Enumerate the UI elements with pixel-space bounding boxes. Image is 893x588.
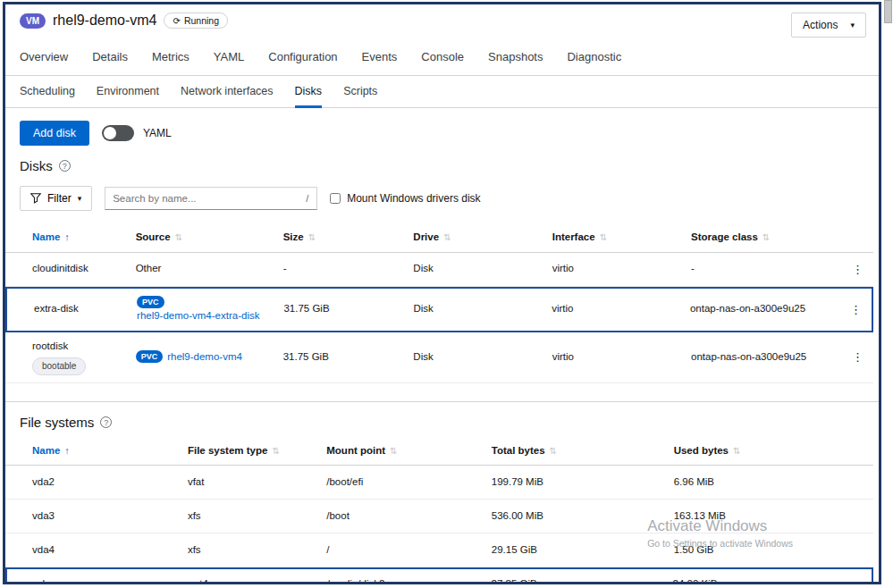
mount-windows-drivers-option: Mount Windows drivers disk (330, 192, 480, 205)
col-header-storage-class[interactable]: Storage class ⇅ (691, 223, 838, 252)
tab-events[interactable]: Events (362, 39, 398, 76)
row-kebab-menu-button[interactable]: ⋮ (852, 263, 873, 276)
fs-total: 199.79 MiB (492, 468, 674, 497)
pvc-badge: PVC (137, 296, 164, 308)
yaml-toggle[interactable] (102, 125, 134, 141)
tab-scheduling[interactable]: Scheduling (20, 76, 75, 108)
disk-name: extra-disk (7, 295, 137, 323)
slash-shortcut-hint: / (298, 193, 316, 204)
sort-icon: ⇅ (550, 445, 557, 458)
tab-network-interfaces[interactable]: Network interfaces (181, 76, 274, 108)
table-row-vda2: vda2 vfat /boot/efi 199.79 MiB 6.96 MiB (5, 466, 873, 500)
fs-type: ext4 (189, 570, 327, 584)
sync-icon: ⟳ (173, 16, 180, 26)
sort-icon: ⇅ (762, 231, 770, 244)
disk-size: 31.75 GiB (283, 295, 413, 323)
tab-configuration[interactable]: Configuration (268, 39, 337, 76)
table-row-cloudinitdisk: cloudinitdisk Other - Disk virtio - ⋮ (5, 253, 873, 287)
tab-yaml[interactable]: YAML (214, 39, 244, 76)
fs-mount: /media/disk2 (327, 570, 492, 584)
status-label: Running (184, 15, 219, 26)
disks-title-text: Disks (20, 158, 53, 173)
bootable-badge: bootable (32, 357, 86, 375)
sort-icon: ⇅ (308, 231, 316, 244)
col-header-fs-type[interactable]: File system type ⇅ (188, 437, 326, 466)
mount-windows-drivers-checkbox[interactable] (330, 193, 341, 204)
actions-label: Actions (803, 19, 838, 31)
table-row-rootdisk: rootdisk bootable PVCrhel9-demo-vm4 31.7… (5, 332, 873, 383)
help-icon[interactable]: ? (59, 160, 71, 172)
tab-snapshots[interactable]: Snapshots (488, 39, 543, 76)
screenshot-viewport: VM rhel9-demo-vm4 ⟳ Running Actions ▾ Ov… (0, 0, 893, 588)
disks-filter-row: Filter ▾ / Mount Windows drivers disk (5, 181, 879, 223)
disk-drive: Disk (413, 255, 552, 283)
fs-mount: / (326, 536, 491, 565)
fs-name: vda4 (5, 536, 188, 565)
col-header-fs-name[interactable]: Name ↑ (5, 437, 188, 466)
disks-table-header: Name ↑ Source ⇅ Size ⇅ Drive ⇅ Interface (5, 223, 873, 253)
primary-tab-bar: Overview Details Metrics YAML Configurat… (5, 39, 879, 76)
col-header-source[interactable]: Source ⇅ (136, 223, 283, 252)
disk-size: 31.75 GiB (283, 343, 414, 372)
sort-icon: ⇅ (443, 231, 451, 244)
sort-icon: ⇅ (733, 445, 740, 458)
disk-interface: virtio (552, 295, 690, 323)
vm-details-page: VM rhel9-demo-vm4 ⟳ Running Actions ▾ Ov… (3, 2, 881, 584)
tab-metrics[interactable]: Metrics (152, 39, 190, 76)
search-input[interactable] (105, 188, 298, 209)
pvc-badge: PVC (136, 350, 164, 363)
row-kebab-menu-button[interactable]: ⋮ (852, 350, 873, 364)
sort-asc-icon: ↑ (64, 231, 70, 244)
tab-details[interactable]: Details (92, 39, 128, 76)
filter-dropdown[interactable]: Filter ▾ (20, 186, 92, 211)
fs-total: 27.85 GiB (492, 570, 673, 584)
row-kebab-menu-button[interactable]: ⋮ (850, 303, 872, 316)
table-row-extra-disk: extra-disk PVCrhel9-demo-vm4-extra-disk … (5, 287, 873, 332)
pvc-link[interactable]: rhel9-demo-vm4-extra-disk (137, 309, 259, 323)
fs-total: 29.15 GiB (492, 536, 674, 565)
disk-name-cell: rootdisk bootable (5, 332, 136, 382)
fs-type: xfs (188, 536, 326, 565)
status-badge: ⟳ Running (164, 13, 228, 29)
filter-label: Filter (47, 192, 72, 205)
add-disk-button[interactable]: Add disk (20, 121, 89, 146)
pvc-link[interactable]: rhel9-demo-vm4 (167, 351, 242, 362)
fs-type: vfat (188, 468, 326, 497)
tab-scripts[interactable]: Scripts (343, 76, 377, 108)
disks-toolbar: Add disk YAML (5, 108, 879, 155)
col-header-interface[interactable]: Interface ⇅ (552, 223, 691, 252)
fs-name: vda3 (5, 502, 188, 531)
tab-disks[interactable]: Disks (295, 76, 323, 108)
filesystems-section-title: File systems ? (20, 415, 864, 430)
tab-environment[interactable]: Environment (97, 76, 159, 108)
disk-name: rootdisk (32, 340, 129, 354)
secondary-tab-bar: Scheduling Environment Network interface… (5, 76, 879, 108)
disk-interface: virtio (552, 343, 691, 372)
section-divider (5, 401, 879, 402)
col-header-name[interactable]: Name ↑ (5, 223, 136, 252)
sort-icon: ⇅ (390, 445, 397, 458)
yaml-toggle-label: YAML (143, 127, 172, 139)
tab-overview[interactable]: Overview (20, 39, 68, 76)
help-icon[interactable]: ? (100, 416, 112, 428)
disk-source: PVCrhel9-demo-vm4-extra-disk (137, 289, 283, 331)
scrollbar-thumb[interactable] (884, 0, 892, 23)
actions-button[interactable]: Actions ▾ (791, 13, 866, 38)
vm-badge: VM (20, 13, 46, 29)
col-header-size[interactable]: Size ⇅ (283, 223, 414, 252)
col-header-used-bytes[interactable]: Used bytes ⇅ (674, 437, 873, 466)
fs-used: 24.00 KiB (673, 570, 872, 584)
table-row-vdc: vdc ext4 /media/disk2 27.85 GiB 24.00 Ki… (5, 567, 873, 584)
disk-storage-class: ontap-nas-on-a300e9u25 (690, 295, 837, 323)
disk-storage-class: ontap-nas-on-a300e9u25 (691, 343, 838, 372)
caret-down-icon: ▾ (850, 21, 855, 29)
col-header-mount-point[interactable]: Mount point ⇅ (326, 437, 491, 466)
tab-diagnostic[interactable]: Diagnostic (567, 39, 621, 76)
tab-console[interactable]: Console (421, 39, 464, 76)
filesystems-table: Name ↑ File system type ⇅ Mount point ⇅ … (5, 437, 873, 584)
sort-asc-icon: ↑ (64, 444, 70, 458)
col-header-drive[interactable]: Drive ⇅ (413, 223, 552, 252)
col-header-total-bytes[interactable]: Total bytes ⇅ (492, 437, 674, 466)
page-header: VM rhel9-demo-vm4 ⟳ Running Actions ▾ (5, 4, 879, 39)
fs-type: xfs (188, 502, 326, 531)
